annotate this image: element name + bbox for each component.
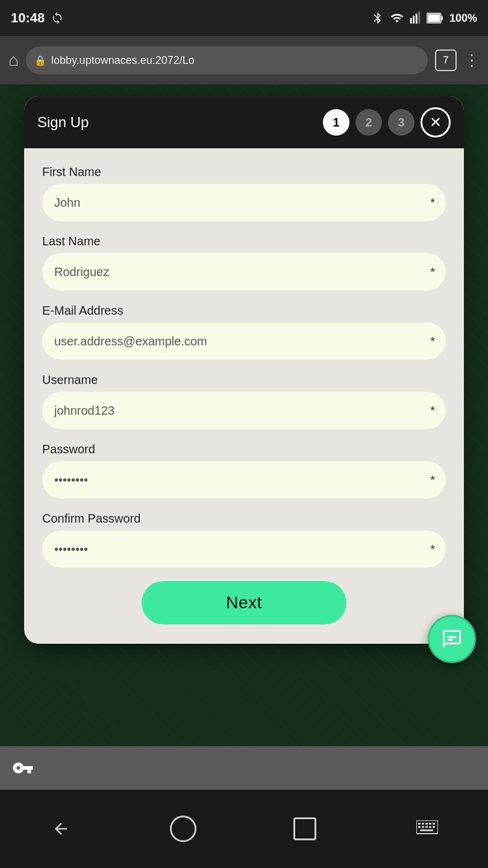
first-name-input-wrap: * (42, 184, 446, 221)
last-name-group: Last Name * (42, 234, 446, 291)
step-2[interactable]: 2 (355, 109, 382, 136)
first-name-input[interactable] (42, 184, 446, 221)
nav-recents-button[interactable] (284, 808, 326, 850)
bottom-nav (0, 790, 488, 868)
confirm-password-label: Confirm Password (42, 512, 446, 526)
key-icon (12, 757, 34, 779)
svg-rect-16 (422, 826, 424, 828)
password-key-bar (0, 746, 488, 790)
password-input-wrap: * (42, 461, 446, 498)
page-background: Sign Up 1 2 3 ✕ First Name (0, 84, 488, 784)
svg-rect-7 (448, 637, 457, 638)
chat-fab[interactable] (428, 615, 476, 663)
username-input[interactable] (42, 392, 446, 429)
step-1[interactable]: 1 (323, 109, 349, 136)
signal-icon (410, 11, 421, 25)
confirm-password-input[interactable] (42, 530, 446, 568)
nav-home-button[interactable] (162, 808, 204, 850)
svg-rect-14 (433, 823, 435, 825)
browser-home-icon[interactable]: ⌂ (8, 51, 19, 70)
last-name-input[interactable] (42, 253, 446, 291)
sync-icon (51, 11, 64, 25)
status-time: 10:48 (11, 10, 45, 26)
modal-body: First Name * Last Name * E-Mail Address (24, 148, 464, 644)
next-button[interactable]: Next (142, 581, 346, 624)
back-icon (52, 820, 70, 838)
nav-keyboard-button[interactable] (406, 808, 448, 850)
first-name-group: First Name * (42, 165, 446, 221)
modal-title: Sign Up (37, 114, 89, 131)
recents-square-icon (293, 817, 316, 840)
email-input[interactable] (42, 322, 446, 360)
email-label: E-Mail Address (42, 304, 446, 318)
svg-rect-8 (448, 639, 453, 641)
svg-rect-13 (429, 823, 431, 825)
url-bar[interactable]: 🔒 lobby.uptownaces.eu:2072/Lo (26, 46, 428, 74)
confirm-password-input-wrap: * (42, 530, 446, 568)
svg-rect-5 (427, 14, 440, 22)
keyboard-icon (416, 820, 438, 837)
svg-rect-6 (441, 16, 443, 20)
bluetooth-icon (371, 11, 384, 25)
svg-rect-0 (410, 18, 412, 24)
browser-menu-icon[interactable]: ⋮ (464, 51, 480, 70)
username-input-wrap: * (42, 392, 446, 429)
username-label: Username (42, 373, 446, 387)
svg-rect-20 (420, 829, 433, 831)
svg-rect-3 (418, 11, 420, 24)
email-input-wrap: * (42, 322, 446, 360)
battery-percent: 100% (449, 12, 477, 25)
browser-bar: ⌂ 🔒 lobby.uptownaces.eu:2072/Lo 7 ⋮ (0, 36, 488, 84)
url-text: lobby.uptownaces.eu:2072/Lo (51, 54, 195, 67)
svg-rect-17 (425, 826, 428, 828)
home-circle-icon (170, 816, 196, 842)
chat-fab-icon (441, 628, 463, 650)
confirm-password-group: Confirm Password * (42, 512, 446, 568)
step-3[interactable]: 3 (388, 109, 414, 136)
username-group: Username * (42, 373, 446, 429)
password-input[interactable] (42, 461, 446, 498)
password-group: Password * (42, 442, 446, 498)
svg-rect-12 (425, 823, 428, 825)
svg-rect-10 (418, 823, 421, 825)
svg-rect-2 (416, 14, 418, 24)
svg-rect-11 (422, 823, 424, 825)
wifi-icon (390, 11, 404, 25)
nav-back-button[interactable] (40, 808, 82, 850)
status-bar: 10:48 100% (0, 0, 488, 36)
svg-rect-1 (413, 16, 414, 24)
modal-header: Sign Up 1 2 3 ✕ (24, 96, 464, 148)
password-label: Password (42, 442, 446, 456)
email-group: E-Mail Address * (42, 304, 446, 360)
first-name-label: First Name (42, 165, 446, 179)
signup-modal: Sign Up 1 2 3 ✕ First Name (24, 96, 464, 644)
last-name-label: Last Name (42, 234, 446, 248)
tab-count[interactable]: 7 (435, 49, 457, 71)
step-indicators: 1 2 3 ✕ (323, 107, 451, 137)
svg-rect-15 (418, 826, 421, 828)
svg-rect-18 (429, 826, 431, 828)
battery-icon (427, 13, 443, 24)
last-name-input-wrap: * (42, 253, 446, 291)
modal-overlay: Sign Up 1 2 3 ✕ First Name (0, 84, 488, 784)
close-button[interactable]: ✕ (421, 107, 451, 137)
svg-rect-19 (433, 826, 435, 828)
lock-icon: 🔒 (34, 55, 46, 66)
